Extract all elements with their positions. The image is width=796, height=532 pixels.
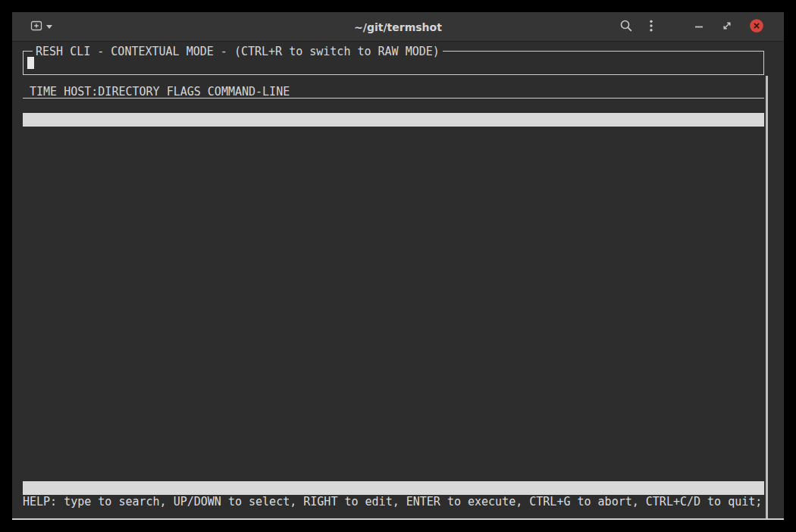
history-row[interactable]: 3 days ~/git/termshot G mv ~/xterm.2020.… bbox=[23, 263, 764, 277]
history-row[interactable]: 7 days ~/git/termshot G time date bbox=[23, 372, 764, 386]
history-row[interactable]: 3 days ~/git/termshot G mv ~/xterm.2020.… bbox=[23, 249, 764, 263]
history-row[interactable]: 7 days ~/git/termshot G mv ~/xterm.2020.… bbox=[23, 468, 764, 481]
new-tab-button[interactable] bbox=[30, 20, 52, 34]
history-row[interactable]: 3 days ~/git/termshot G mv ~/xterm.2020.… bbox=[23, 277, 764, 290]
kebab-menu-icon bbox=[649, 19, 653, 35]
history-row[interactable]: 7 days ~/git/termshot G time x=1 bbox=[23, 386, 764, 399]
minimize-icon bbox=[693, 20, 705, 34]
history-row[interactable]: 3 days ~/git/termshot G inkscape xterm-w… bbox=[23, 208, 764, 222]
history-row[interactable]: 3 days ~/git/termshot G mv ~/xterm.2020.… bbox=[23, 331, 764, 345]
status-bar: 2020-05-08 00:34:56 tower:~/git/termshot… bbox=[23, 481, 764, 495]
history-row[interactable]: 3 days ~/git/termshot G mv ~/xterm.2020.… bbox=[23, 236, 764, 249]
close-icon bbox=[749, 18, 764, 36]
terminal-content: RESH CLI - CONTEXTUAL MODE - (CTRL+R to … bbox=[12, 42, 784, 518]
history-row[interactable]: 3 days ~/git/termshot G mv ~/xterm.2020.… bbox=[23, 154, 764, 167]
history-row[interactable]: 3 days ~/git/termshot G fh() {; eval $( … bbox=[23, 127, 764, 140]
history-row[interactable]: 7 days ~/git/termshot G time echo someth… bbox=[23, 399, 764, 413]
search-button[interactable] bbox=[619, 19, 633, 35]
history-row[interactable]: 3 days ~/git/termshot G ls bbox=[23, 167, 764, 181]
history-row[interactable]: 3 days ~/git/termshot G fh bbox=[23, 113, 764, 127]
titlebar[interactable]: ~/git/termshot bbox=[12, 12, 784, 42]
history-row[interactable]: 7 days ~/git/termshot G mv ~/xterm.2020.… bbox=[23, 454, 764, 468]
history-row[interactable]: 3 days ~/git/termshot G rm xterm-mockup-… bbox=[23, 290, 764, 304]
history-row[interactable]: 3 days ~/git/termshot G inkscape xterm-w… bbox=[23, 140, 764, 154]
history-row[interactable]: 3 days ~/git/termshot G inkscape xterm-m… bbox=[23, 318, 764, 331]
search-box-label: RESH CLI - CONTEXTUAL MODE - (CTRL+R to … bbox=[33, 45, 443, 58]
history-row[interactable]: 3 days ~/git/termshot G cd bbox=[23, 99, 764, 113]
menu-button[interactable] bbox=[649, 19, 653, 35]
new-tab-icon bbox=[30, 20, 42, 34]
scrollbar[interactable] bbox=[766, 76, 768, 518]
close-button[interactable] bbox=[749, 18, 764, 36]
history-row[interactable]: 3 days ~/git/termshot G inkscape xterm-m… bbox=[23, 304, 764, 318]
chevron-down-icon bbox=[46, 25, 52, 29]
text-cursor bbox=[27, 57, 34, 69]
window-title: ~/git/termshot bbox=[103, 12, 693, 42]
search-input[interactable]: RESH CLI - CONTEXTUAL MODE - (CTRL+R to … bbox=[23, 51, 764, 75]
history-row[interactable]: 7 days ~/git/termshot G mv ~/xterm.2020.… bbox=[23, 440, 764, 454]
history-row[interactable]: 6 days ~/git/termshot G cd .. bbox=[23, 345, 764, 358]
history-row[interactable]: 7 days ~/git/termshot G clear bbox=[23, 358, 764, 372]
history-row[interactable]: 3 days ~/git/termshot G rm xterm-mockup-… bbox=[23, 181, 764, 195]
history-row[interactable]: 7 days ~/git/termshot G time echo someth… bbox=[23, 413, 764, 427]
minimize-button[interactable] bbox=[693, 20, 705, 34]
restore-button[interactable] bbox=[721, 20, 733, 34]
history-table-header: TIME HOST:DIRECTORY FLAGS COMMAND-LINE bbox=[23, 85, 764, 99]
history-row[interactable]: 7 days ~/git/termshot G bash bbox=[23, 427, 764, 440]
history-row[interactable]: 3 days ~/git/termshot G mv ~/xterm.2020.… bbox=[23, 195, 764, 208]
terminal-window: ~/git/termshot bbox=[12, 12, 784, 520]
search-icon bbox=[619, 19, 633, 35]
history-list: 3 days ~/git/termshot G cd 3 days ~/git/… bbox=[23, 99, 764, 481]
help-line: HELP: type to search, UP/DOWN to select,… bbox=[23, 495, 773, 509]
history-row[interactable]: 3 days ~/git/termshot G mv ~/xterm.2020.… bbox=[23, 222, 764, 236]
restore-icon bbox=[721, 20, 733, 34]
